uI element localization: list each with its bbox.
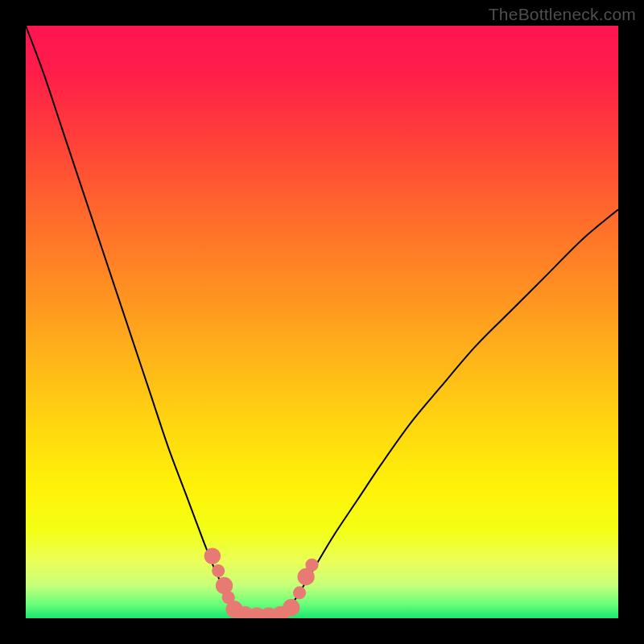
data-marker (293, 586, 306, 599)
watermark-text: TheBottleneck.com (489, 5, 636, 24)
data-marker (283, 599, 299, 616)
chart-frame (26, 26, 618, 618)
data-marker (204, 547, 221, 564)
gradient-background (26, 26, 618, 618)
data-marker (305, 559, 318, 572)
bottleneck-chart (26, 26, 618, 618)
data-marker (212, 564, 225, 577)
